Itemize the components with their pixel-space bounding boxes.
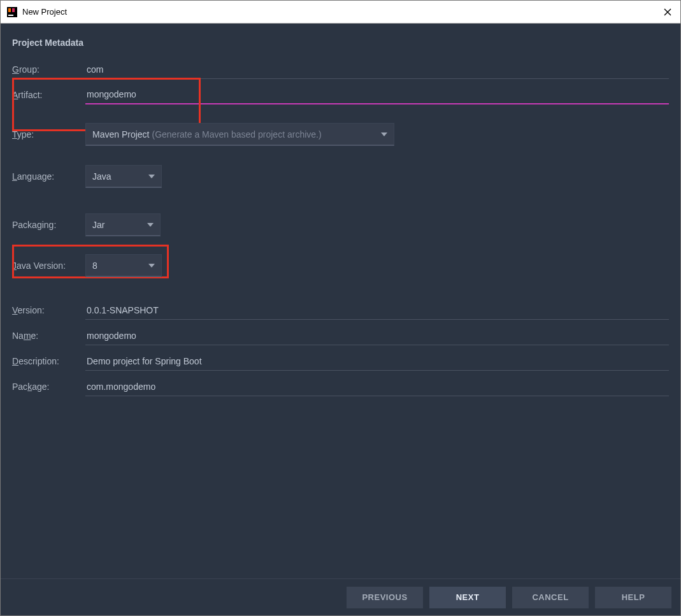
group-input[interactable] (85, 60, 669, 79)
java-version-dropdown[interactable]: 8 (85, 254, 162, 277)
java-version-label: Java Version: (12, 261, 85, 271)
app-icon (7, 7, 17, 17)
dialog-body: Project Metadata Group: Artifact: Type: … (1, 24, 680, 578)
new-project-dialog: New Project Project Metadata Group: Arti… (0, 0, 681, 616)
packaging-label: Packaging: (12, 220, 85, 230)
row-artifact: Artifact: (12, 82, 669, 108)
cancel-button[interactable]: CANCEL (512, 587, 589, 608)
row-group: Group: (12, 57, 669, 82)
artifact-label: Artifact: (12, 90, 85, 100)
row-name: Name: (12, 323, 669, 348)
packaging-dropdown-text: Jar (92, 220, 104, 230)
row-package: Package: (12, 374, 669, 399)
previous-button[interactable]: PREVIOUS (347, 587, 423, 608)
row-language: Language: Java (12, 164, 669, 189)
svg-rect-3 (8, 15, 13, 16)
language-dropdown[interactable]: Java (85, 165, 162, 188)
type-dropdown[interactable]: Maven Project (Generate a Maven based pr… (85, 123, 394, 146)
row-packaging: Packaging: Jar (12, 212, 669, 238)
package-label: Package: (12, 382, 85, 392)
chevron-down-icon (147, 223, 154, 227)
window-title: New Project (22, 7, 67, 17)
chevron-down-icon (381, 133, 387, 136)
name-input[interactable] (85, 326, 669, 345)
type-label: Type: (12, 129, 85, 140)
help-button[interactable]: HELP (595, 587, 671, 608)
type-dropdown-text: Maven Project (92, 129, 149, 140)
description-label: Description: (12, 356, 85, 366)
name-label: Name: (12, 331, 85, 341)
close-icon[interactable] (661, 6, 674, 18)
next-button[interactable]: NEXT (429, 587, 506, 608)
row-type: Type: Maven Project (Generate a Maven ba… (12, 122, 669, 147)
version-label: Version: (12, 305, 85, 315)
button-bar: PREVIOUS NEXT CANCEL HELP (1, 578, 680, 615)
group-label: Group: (12, 64, 85, 75)
chevron-down-icon (148, 175, 155, 178)
java-version-dropdown-text: 8 (92, 261, 97, 271)
version-input[interactable] (85, 301, 669, 320)
chevron-down-icon (148, 264, 155, 268)
language-dropdown-text: Java (92, 171, 111, 182)
packaging-dropdown[interactable]: Jar (85, 213, 161, 236)
row-version: Version: (12, 297, 669, 323)
window-titlebar: New Project (1, 1, 680, 24)
row-java-version: Java Version: 8 (12, 253, 669, 278)
type-dropdown-hint: (Generate a Maven based project archive.… (152, 129, 321, 140)
metadata-section-title: Project Metadata (12, 38, 669, 48)
description-input[interactable] (85, 352, 669, 371)
language-label: Language: (12, 171, 85, 182)
artifact-input[interactable] (85, 85, 669, 104)
row-description: Description: (12, 348, 669, 374)
svg-rect-2 (12, 8, 15, 12)
svg-rect-1 (8, 8, 11, 12)
package-input[interactable] (85, 377, 669, 396)
